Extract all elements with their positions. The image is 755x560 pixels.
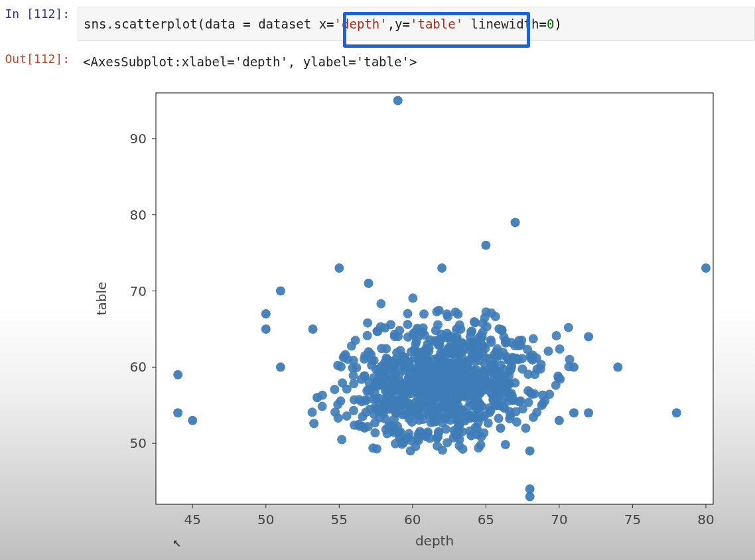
svg-point-838: [506, 411, 515, 421]
svg-point-515: [517, 364, 527, 374]
svg-point-811: [342, 411, 352, 421]
svg-point-886: [448, 397, 457, 406]
svg-point-909: [506, 366, 515, 376]
svg-point-892: [372, 404, 381, 413]
svg-point-132: [309, 419, 318, 428]
svg-point-831: [334, 413, 343, 423]
svg-point-914: [387, 377, 397, 386]
svg-point-439: [333, 400, 342, 409]
svg-point-879: [425, 408, 435, 417]
svg-point-906: [372, 380, 381, 389]
scatter-chart: 45505560657075805060708090depthtable: [86, 86, 723, 557]
svg-point-917: [383, 429, 392, 439]
svg-point-641: [372, 444, 381, 453]
svg-point-875: [367, 356, 376, 365]
svg-point-862: [498, 402, 508, 411]
svg-point-869: [435, 340, 445, 350]
svg-point-774: [470, 317, 479, 326]
svg-point-916: [434, 427, 443, 437]
svg-point-898: [363, 318, 372, 328]
svg-text:70: 70: [130, 283, 147, 299]
svg-point-956: [613, 362, 622, 372]
svg-point-631: [429, 417, 439, 427]
svg-text:55: 55: [331, 512, 348, 527]
svg-point-945: [481, 241, 490, 250]
svg-point-928: [433, 389, 442, 399]
svg-point-747: [362, 395, 371, 405]
svg-text:60: 60: [404, 512, 421, 527]
svg-point-952: [569, 362, 579, 372]
svg-point-655: [452, 332, 462, 342]
input-prompt: In [112]:: [0, 0, 78, 21]
svg-point-851: [391, 369, 401, 378]
svg-text:45: 45: [184, 512, 201, 527]
svg-point-717: [532, 407, 541, 417]
svg-point-761: [350, 395, 359, 405]
code-cell[interactable]: sns.scatterplot(data = dataset x='depth'…: [78, 7, 755, 41]
svg-point-923: [400, 396, 409, 405]
svg-point-740: [420, 330, 429, 340]
svg-point-920: [389, 399, 399, 408]
svg-point-927: [517, 336, 526, 345]
svg-point-836: [451, 378, 460, 387]
svg-point-807: [480, 313, 490, 322]
svg-point-187: [337, 435, 346, 444]
svg-point-937: [312, 393, 322, 402]
svg-point-939: [364, 279, 374, 288]
svg-point-848: [429, 366, 438, 375]
svg-point-793: [480, 360, 490, 369]
input-cell-row: In [112]: sns.scatterplot(data = dataset…: [0, 0, 755, 41]
svg-point-900: [425, 379, 434, 388]
svg-text:90: 90: [130, 131, 147, 147]
svg-point-767: [375, 368, 384, 378]
svg-point-944: [466, 431, 476, 441]
svg-point-322: [529, 334, 538, 344]
svg-point-902: [472, 397, 482, 406]
svg-point-932: [261, 309, 271, 318]
svg-point-876: [508, 391, 517, 401]
svg-point-894: [454, 421, 463, 430]
svg-point-936: [309, 324, 318, 334]
svg-point-835: [391, 360, 400, 369]
svg-point-212: [544, 346, 553, 356]
svg-point-951: [555, 416, 564, 425]
svg-point-798: [421, 346, 431, 356]
svg-point-809: [308, 407, 317, 417]
svg-point-301: [521, 423, 530, 433]
svg-point-595: [469, 366, 478, 375]
svg-point-943: [452, 324, 461, 334]
svg-point-885: [415, 401, 425, 411]
svg-point-796: [420, 431, 429, 440]
svg-point-709: [528, 350, 537, 360]
svg-point-957: [672, 408, 681, 417]
output-repr-text: <AxesSubplot:xlabel='depth', ylabel='tab…: [78, 52, 755, 72]
output-content-col: <AxesSubplot:xlabel='depth', ylabel='tab…: [78, 45, 755, 72]
svg-point-823: [330, 385, 339, 394]
svg-point-883: [427, 398, 437, 407]
svg-point-907: [474, 348, 483, 358]
svg-point-802: [504, 381, 513, 390]
svg-point-273: [501, 440, 510, 449]
svg-point-860: [462, 414, 472, 423]
svg-point-870: [358, 412, 367, 421]
svg-point-46: [408, 293, 417, 303]
svg-point-896: [411, 410, 420, 419]
svg-point-955: [584, 408, 593, 417]
svg-text:60: 60: [130, 359, 147, 375]
svg-point-672: [474, 443, 483, 453]
svg-point-868: [474, 417, 483, 427]
svg-point-92: [318, 402, 327, 411]
svg-point-941: [393, 96, 403, 105]
svg-point-686: [370, 428, 379, 437]
output-cell-row: Out[112]: <AxesSubplot:xlabel='depth', y…: [0, 45, 755, 72]
svg-point-919: [494, 385, 503, 395]
svg-point-459: [523, 386, 533, 395]
svg-point-908: [514, 355, 523, 364]
svg-point-328: [363, 331, 372, 340]
svg-point-588: [370, 418, 379, 427]
code-line: sns.scatterplot(data = dataset x='depth'…: [84, 17, 562, 31]
svg-text:80: 80: [697, 512, 714, 527]
svg-text:50: 50: [130, 435, 147, 451]
svg-point-830: [493, 367, 502, 376]
svg-point-901: [406, 375, 415, 384]
